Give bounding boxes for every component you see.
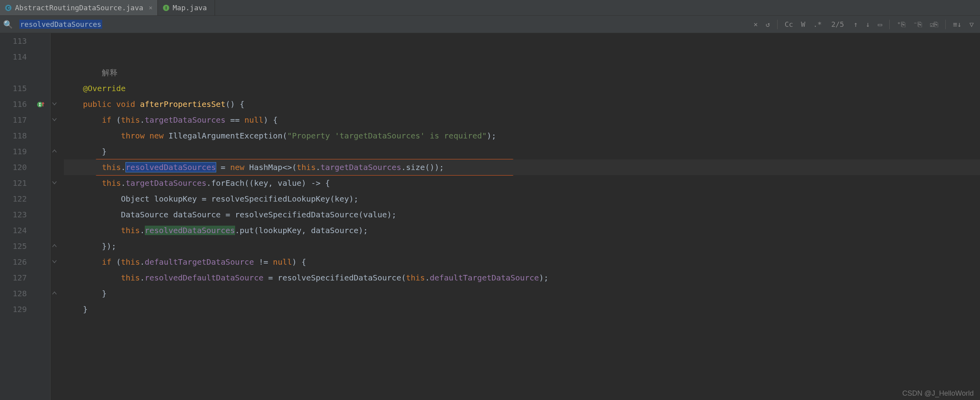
close-icon[interactable]: × (149, 4, 153, 11)
code-line[interactable]: Object lookupKey = resolveSpecifiedLooku… (64, 191, 980, 207)
fold-column (50, 33, 60, 400)
line-number: 129 (0, 301, 27, 317)
code-line[interactable]: this.targetDataSources.forEach((key, val… (64, 175, 980, 191)
next-match-button[interactable]: ↓ (862, 19, 873, 30)
line-number: 119 (0, 144, 27, 159)
tab-label: Map.java (173, 4, 207, 12)
code-line[interactable]: 解释 (64, 65, 980, 80)
code-line[interactable]: @Override (64, 80, 980, 96)
code-line[interactable]: } (64, 301, 980, 317)
tab-label: AbstractRoutingDataSource.java (15, 4, 143, 12)
line-number: 117 (0, 112, 27, 128)
fold-open-icon[interactable] (52, 259, 57, 265)
line-number (0, 65, 27, 80)
code-line[interactable]: DataSource dataSource = resolveSpecified… (64, 207, 980, 222)
find-input-wrapper[interactable]: resolvedDataSources (19, 20, 102, 28)
add-selection-button[interactable]: ⁺⎘ (894, 19, 909, 30)
whole-words-toggle[interactable]: W (798, 19, 808, 30)
line-number: 115 (0, 80, 27, 96)
svg-text:I: I (165, 6, 166, 10)
line-number: 118 (0, 128, 27, 144)
divider (945, 20, 946, 29)
fold-open-icon[interactable] (52, 117, 57, 123)
watermark: CSDN @J_HelloWorld (902, 389, 974, 398)
line-number: 114 (0, 49, 27, 65)
search-match: resolvedDataSources (145, 226, 235, 235)
search-icon: 🔍 (3, 20, 13, 29)
find-clear-button[interactable]: × (750, 19, 761, 30)
find-history-button[interactable]: ↺ (763, 19, 773, 30)
tab-1[interactable]: IMap.java (158, 0, 215, 15)
select-all-occurrences-button[interactable]: ▭ (875, 19, 885, 30)
line-number: 123 (0, 207, 27, 222)
code-line[interactable]: this.resolvedDataSources = new HashMap<>… (64, 159, 980, 175)
code-line[interactable]: public void afterPropertiesSet() { (64, 96, 980, 112)
line-number: 128 (0, 286, 27, 301)
find-query: resolvedDataSources (19, 20, 102, 29)
line-number-gutter: 1131141151161171181191201211221231241251… (0, 33, 36, 400)
line-number: 125 (0, 238, 27, 254)
regex-toggle[interactable]: .* (810, 19, 825, 30)
svg-text:I: I (39, 103, 41, 107)
more-options-button[interactable]: ≡↓ (950, 19, 965, 30)
match-count: 2/5 (831, 20, 844, 28)
editor: 1131141151161171181191201211221231241251… (0, 33, 980, 400)
search-match: resolvedDataSources (126, 163, 216, 172)
select-all-button[interactable]: ☑⎘ (927, 19, 942, 30)
tab-0[interactable]: CAbstractRoutingDataSource.java× (0, 0, 158, 15)
divider (777, 20, 778, 29)
code-line[interactable]: if (this.defaultTargetDataSource != null… (64, 254, 980, 270)
prev-match-button[interactable]: ↑ (850, 19, 861, 30)
tab-bar: CAbstractRoutingDataSource.java×IMap.jav… (0, 0, 980, 16)
code-line[interactable]: this.resolvedDataSources.put(lookupKey, … (64, 222, 980, 238)
line-number: 122 (0, 191, 27, 207)
code-line[interactable]: this.resolvedDefaultDataSource = resolve… (64, 270, 980, 286)
marker-column: I (36, 33, 50, 400)
divider (889, 20, 890, 29)
line-number: 126 (0, 254, 27, 270)
code-line[interactable]: throw new IllegalArgumentException("Prop… (64, 128, 980, 144)
filter-button[interactable]: ▽ (966, 19, 977, 30)
file-type-icon: I (163, 4, 170, 11)
code-area[interactable]: 解释 @Override public void afterProperties… (60, 33, 980, 400)
match-case-toggle[interactable]: Cc (782, 19, 797, 30)
fold-open-icon[interactable] (52, 180, 57, 186)
svg-text:C: C (7, 6, 10, 10)
line-number: 116 (0, 96, 27, 112)
fold-open-icon[interactable] (52, 101, 57, 107)
file-type-icon: C (5, 4, 12, 11)
code-line[interactable]: if (this.targetDataSources == null) { (64, 112, 980, 128)
code-line[interactable]: } (64, 144, 980, 159)
remove-selection-button[interactable]: ⁻⎘ (910, 19, 925, 30)
line-number: 113 (0, 33, 27, 49)
fold-close-icon[interactable] (52, 148, 57, 155)
line-number: 127 (0, 270, 27, 286)
line-number: 120 (0, 159, 27, 175)
find-bar: 🔍 resolvedDataSources × ↺ Cc W .* 2/5 ↑ … (0, 16, 980, 33)
line-number: 121 (0, 175, 27, 191)
code-line[interactable]: } (64, 286, 980, 301)
fold-close-icon[interactable] (52, 243, 57, 249)
line-number: 124 (0, 222, 27, 238)
code-line[interactable] (64, 33, 980, 49)
fold-close-icon[interactable] (52, 290, 57, 297)
override-marker-icon[interactable]: I (37, 101, 44, 108)
code-line[interactable] (64, 49, 980, 65)
code-line[interactable]: }); (64, 238, 980, 254)
